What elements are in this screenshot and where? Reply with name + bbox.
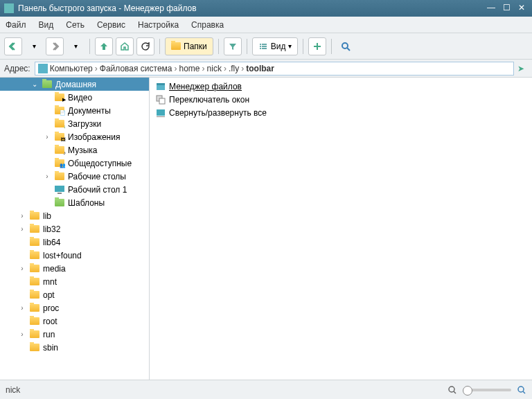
tree-item[interactable]: Шаблоны	[0, 196, 149, 209]
folder-icon	[29, 251, 40, 260]
address-field[interactable]: Компьютер › Файловая система › home › ni…	[35, 62, 514, 76]
expand-icon[interactable]: ›	[18, 304, 26, 312]
addr-seg-4[interactable]: .fly	[229, 64, 239, 73]
svg-rect-5	[262, 48, 267, 49]
add-button[interactable]	[308, 37, 326, 55]
tree-item[interactable]: sbin	[0, 341, 149, 354]
list-icon	[258, 42, 268, 51]
tree-item[interactable]: ↓Загрузки	[0, 117, 149, 130]
file-item[interactable]: Переключатель окон	[150, 93, 532, 106]
svg-rect-1	[262, 44, 267, 45]
file-item[interactable]: Свернуть/развернуть все	[150, 106, 532, 119]
tree-item[interactable]: mnt	[0, 275, 149, 288]
minimize-button[interactable]: —	[485, 3, 497, 14]
file-item[interactable]: Менеджер файлов	[150, 80, 532, 93]
menu-view[interactable]: Вид	[39, 20, 54, 30]
tree-label: Загрузки	[68, 119, 101, 129]
public-icon: 👥	[54, 159, 65, 168]
tree-label: Музыка	[68, 145, 97, 155]
svg-point-17	[449, 387, 454, 392]
addressbar: Адрес: Компьютер › Файловая система › ho…	[0, 60, 532, 78]
zoom-slider[interactable]	[463, 389, 511, 391]
forward-dropdown[interactable]: ▾	[66, 37, 85, 55]
tree-label: lib	[43, 211, 51, 221]
up-button[interactable]	[95, 37, 113, 55]
tree-item[interactable]: ›proc	[0, 301, 149, 314]
filter-button[interactable]	[224, 37, 242, 55]
tree-item[interactable]: 👥Общедоступные	[0, 157, 149, 170]
tree-label: lib32	[43, 224, 60, 234]
tree-item[interactable]: ⌄Домашняя	[0, 78, 149, 91]
tree-item[interactable]: lib64	[0, 236, 149, 249]
tree-item[interactable]: lost+found	[0, 249, 149, 262]
expand-icon[interactable]: ›	[18, 225, 26, 233]
zoom-in-button[interactable]	[517, 385, 526, 395]
svg-rect-14	[159, 98, 165, 104]
expand-icon[interactable]: ›	[43, 172, 51, 180]
addr-seg-3[interactable]: nick	[207, 64, 222, 73]
menu-settings[interactable]: Настройка	[138, 20, 179, 30]
file-label: Менеджер файлов	[169, 82, 242, 91]
addr-seg-1[interactable]: Файловая система	[100, 64, 172, 73]
expand-icon[interactable]: ›	[18, 212, 26, 220]
window-title: Панель быстрого запуска - Менеджер файло…	[18, 3, 482, 13]
expand-icon[interactable]: ⌄	[30, 80, 39, 88]
zoom-out-button[interactable]	[447, 385, 457, 395]
addr-seg-2[interactable]: home	[179, 64, 200, 73]
tree-label: Шаблоны	[68, 198, 105, 208]
tree-item[interactable]: ▶Видео	[0, 91, 149, 104]
close-button[interactable]: ✕	[515, 3, 528, 14]
tree-item[interactable]: ›Рабочие столы	[0, 170, 149, 183]
back-button[interactable]	[4, 37, 22, 55]
svg-rect-10	[57, 193, 62, 194]
search-button[interactable]	[337, 37, 355, 55]
folder-icon	[29, 303, 40, 313]
expand-icon[interactable]: ›	[18, 330, 26, 338]
tree-item[interactable]: opt	[0, 288, 149, 301]
home-button[interactable]	[116, 37, 134, 55]
tree-item[interactable]: 📄Документы	[0, 104, 149, 117]
folder-icon	[171, 42, 181, 50]
menu-service[interactable]: Сервис	[97, 20, 125, 30]
addr-seg-0[interactable]: Компьютер	[50, 64, 93, 73]
svg-rect-9	[55, 186, 64, 192]
tree-label: Домашняя	[55, 80, 96, 89]
folder-green-icon	[42, 80, 53, 89]
tree-item[interactable]: ›lib	[0, 209, 149, 222]
tree-label: opt	[43, 290, 55, 300]
file-pane[interactable]: Менеджер файловПереключатель оконСвернут…	[150, 78, 532, 380]
folders-button[interactable]: Папки	[165, 37, 213, 55]
folder-icon	[29, 224, 40, 234]
svg-rect-2	[260, 46, 261, 47]
svg-rect-4	[260, 48, 261, 49]
zoom-controls	[447, 385, 526, 395]
menu-file[interactable]: Файл	[6, 20, 26, 30]
expand-icon[interactable]: ›	[18, 265, 26, 272]
tree-item[interactable]: ›run	[0, 328, 149, 341]
svg-rect-3	[262, 46, 267, 47]
video-icon: ▶	[54, 93, 65, 103]
svg-rect-0	[260, 44, 261, 45]
tree-item[interactable]: ♪Музыка	[0, 143, 149, 157]
tree-item[interactable]: root	[0, 314, 149, 328]
back-dropdown[interactable]: ▾	[25, 37, 43, 55]
view-button[interactable]: Вид ▾	[252, 37, 299, 55]
svg-rect-15	[157, 109, 165, 116]
content: ⌄Домашняя▶Видео📄Документы↓Загрузки›🖼Изоб…	[0, 78, 532, 380]
tree-pane[interactable]: ⌄Домашняя▶Видео📄Документы↓Загрузки›🖼Изоб…	[0, 78, 150, 380]
tree-item[interactable]: ›lib32	[0, 222, 149, 236]
menu-help[interactable]: Справка	[191, 20, 224, 30]
tree-item[interactable]: ›🖼Изображения	[0, 130, 149, 143]
status-text: nick	[6, 385, 447, 395]
computer-icon	[38, 64, 48, 73]
go-button[interactable]: ➤	[514, 64, 528, 73]
folder-icon	[29, 211, 40, 221]
maximize-button[interactable]: ☐	[500, 3, 513, 14]
menu-network[interactable]: Сеть	[66, 20, 85, 30]
addr-seg-5[interactable]: toolbar	[246, 64, 274, 73]
tree-item[interactable]: ›media	[0, 262, 149, 275]
tree-item[interactable]: Рабочий стол 1	[0, 183, 149, 196]
expand-icon[interactable]: ›	[43, 133, 51, 141]
refresh-button[interactable]	[136, 37, 154, 55]
forward-button[interactable]	[46, 37, 64, 55]
